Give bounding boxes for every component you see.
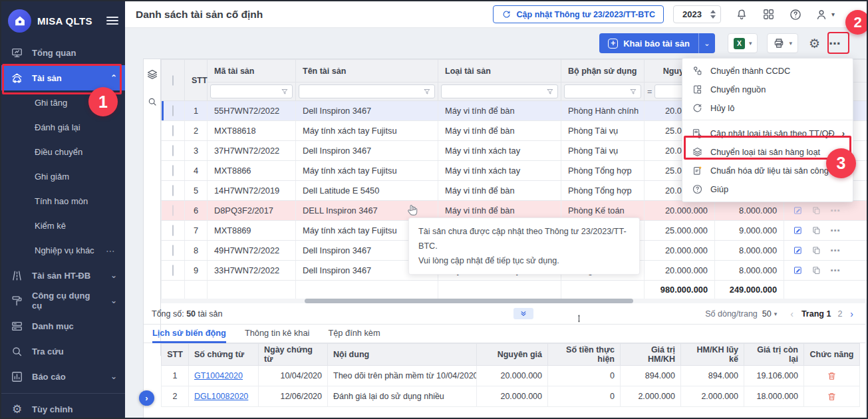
collapse-detail-button[interactable]	[513, 308, 533, 319]
transfer-source-icon	[692, 84, 703, 95]
sidebar-subitem-tinh-hao-mon[interactable]: Tính hao mòn	[1, 189, 125, 213]
hamburger-menu-icon[interactable]	[106, 17, 118, 25]
caret-down-icon[interactable]: ▾	[774, 311, 778, 317]
copy-icon[interactable]	[811, 245, 821, 255]
status-bar: Tổng số: 50 tài sản Số dòng/trang 50 ▾ ‹…	[144, 303, 865, 325]
sidebar-item-overview[interactable]: Tổng quan	[1, 40, 125, 65]
select-all-checkbox[interactable]	[172, 75, 174, 86]
col-dept[interactable]: Bộ phận sử dụng	[561, 60, 645, 82]
filter-code[interactable]	[208, 82, 296, 101]
spinner-up-icon[interactable]	[710, 10, 716, 13]
row-checkbox[interactable]	[172, 265, 174, 276]
col-code[interactable]: Mã tài sản	[208, 60, 296, 82]
menu-item-update-asset-type[interactable]: Cập nhật loại tài sản theo TT/QĐ ›	[682, 124, 853, 142]
sidebar-item-lookup[interactable]: Tra cứu	[1, 339, 125, 364]
col-type[interactable]: Loại tài sản	[438, 60, 561, 82]
edit-icon[interactable]	[793, 245, 803, 255]
declare-asset-split-button[interactable]: + Khai báo tài sản ⌄	[599, 33, 715, 53]
tab-declaration[interactable]: Thông tin kê khai	[245, 325, 309, 343]
menu-item-bulk-change-asset-type[interactable]: Chuyển loại tài sản hàng loạt	[682, 142, 853, 161]
funnel-icon[interactable]	[423, 88, 431, 96]
row-checkbox[interactable]	[172, 205, 174, 216]
copy-icon[interactable]	[811, 265, 821, 275]
page-prev-icon[interactable]: ‹	[790, 309, 794, 319]
row-more-icon[interactable]: ⋯	[830, 245, 841, 255]
print-button[interactable]: ▾	[767, 33, 798, 53]
page-2[interactable]: 2	[837, 309, 842, 319]
filter-dept[interactable]	[561, 82, 645, 101]
brand-name: MISA QLTS	[37, 15, 100, 27]
row-checkbox[interactable]	[172, 245, 174, 256]
declare-asset-caret[interactable]: ⌄	[698, 33, 715, 53]
copy-icon[interactable]	[811, 225, 821, 235]
sidebar-item-customize[interactable]: ⚙ Tùy chỉnh	[1, 396, 125, 419]
sidebar-item-categories[interactable]: Danh mục	[1, 313, 125, 339]
menu-item-standardize-public-asset[interactable]: Chuẩn hóa dữ liệu tài sản công	[682, 161, 853, 180]
row-more-icon[interactable]: ⋯	[830, 225, 841, 235]
spinner-down-icon[interactable]	[710, 15, 716, 19]
history-row: 1 GT10042020 10/04/2020 Theo dõi trên ph…	[162, 366, 860, 386]
edit-icon[interactable]	[793, 206, 803, 215]
delete-trash-icon[interactable]	[827, 371, 837, 381]
tab-history[interactable]: Lịch sử biến động	[152, 325, 226, 343]
sidebar-subitem-ghi-tang[interactable]: Ghi tăng	[1, 90, 125, 115]
select-all-cell[interactable]	[162, 60, 185, 101]
funnel-icon[interactable]	[546, 88, 554, 96]
rows-per-page-value[interactable]: 50	[762, 309, 772, 319]
equals-icon[interactable]: =	[647, 87, 652, 96]
menu-item-convert-ccdc[interactable]: Chuyển thành CCDC	[682, 61, 853, 80]
tooltip-line-1: Tài sản chưa được cập nhật theo Thông tư…	[418, 224, 630, 253]
declare-asset-button[interactable]: + Khai báo tài sản	[599, 33, 698, 53]
more-actions-button[interactable]: ⋯	[826, 33, 844, 53]
row-more-icon[interactable]: ⋯	[830, 206, 841, 215]
row-checkbox[interactable]	[172, 145, 174, 156]
row-checkbox[interactable]	[172, 125, 174, 136]
filter-type[interactable]	[438, 82, 561, 101]
delete-trash-icon[interactable]	[827, 392, 837, 402]
edit-icon[interactable]	[793, 225, 803, 235]
col-stt[interactable]: STT	[185, 60, 208, 101]
sidebar-item-tools[interactable]: Công cụ dụng cụ ⌄	[1, 288, 125, 313]
sidebar-item-assets[interactable]: Tài sản ⌃	[1, 65, 125, 90]
notifications-button[interactable]	[735, 8, 748, 21]
sidebar-item-asset-ht-db[interactable]: Tài sản HT-ĐB ⌄	[1, 263, 125, 288]
grid-settings-button[interactable]: ⚙	[809, 37, 820, 50]
expand-sidebar-button[interactable]: ›	[139, 390, 154, 406]
page-next-icon[interactable]: ›	[850, 309, 853, 319]
search-rows-icon[interactable]	[147, 96, 158, 107]
help-button[interactable]	[789, 8, 802, 21]
horizontal-scrollbar[interactable]	[161, 299, 868, 303]
filter-name[interactable]	[296, 82, 438, 101]
funnel-icon[interactable]	[281, 88, 289, 96]
col-name[interactable]: Tên tài sản	[296, 60, 438, 82]
sidebar-subitem-kiem-ke[interactable]: Kiểm kê	[1, 213, 125, 238]
scrollbar-thumb[interactable]	[305, 299, 633, 303]
tab-attachments[interactable]: Tệp đính kèm	[328, 325, 380, 343]
sidebar-item-reports[interactable]: Báo cáo ⌄	[1, 364, 125, 389]
menu-item-transfer-source[interactable]: Chuyển nguồn	[682, 80, 853, 98]
year-selector[interactable]: 2023	[673, 5, 721, 23]
apps-button[interactable]	[762, 8, 775, 21]
account-menu-button[interactable]: ▾	[815, 8, 835, 21]
export-excel-button[interactable]: X ▾	[728, 33, 758, 53]
row-checkbox[interactable]	[172, 185, 174, 196]
menu-item-cancel-batch[interactable]: Hủy lô	[682, 98, 853, 117]
edit-icon[interactable]	[793, 265, 803, 275]
row-checkbox[interactable]	[172, 165, 174, 176]
page-current[interactable]: Trang 1	[801, 309, 831, 319]
update-circular-button[interactable]: Cập nhật Thông tư 23/2023/TT-BTC	[493, 5, 664, 23]
sidebar-subitem-ghi-giam[interactable]: Ghi giảm	[1, 164, 125, 189]
sidebar-subitem-nghiep-vu-khac[interactable]: Nghiệp vụ khác ⋯	[1, 238, 125, 263]
sidebar-subitem-danh-gia-lai[interactable]: Đánh giá lại	[1, 115, 125, 140]
layers-view-icon[interactable]	[146, 69, 158, 80]
row-checkbox[interactable]	[172, 105, 174, 116]
document-link[interactable]: GT10042020	[194, 371, 243, 380]
row-checkbox[interactable]	[172, 225, 174, 236]
copy-icon[interactable]	[811, 206, 821, 215]
document-link[interactable]: DGL10082020	[194, 392, 248, 401]
year-spinner[interactable]	[710, 10, 720, 19]
menu-item-help[interactable]: Giúp	[682, 180, 853, 198]
sidebar-subitem-dieu-chuyen[interactable]: Điều chuyển	[1, 140, 125, 164]
funnel-icon[interactable]	[629, 88, 637, 96]
row-more-icon[interactable]: ⋯	[830, 265, 841, 275]
